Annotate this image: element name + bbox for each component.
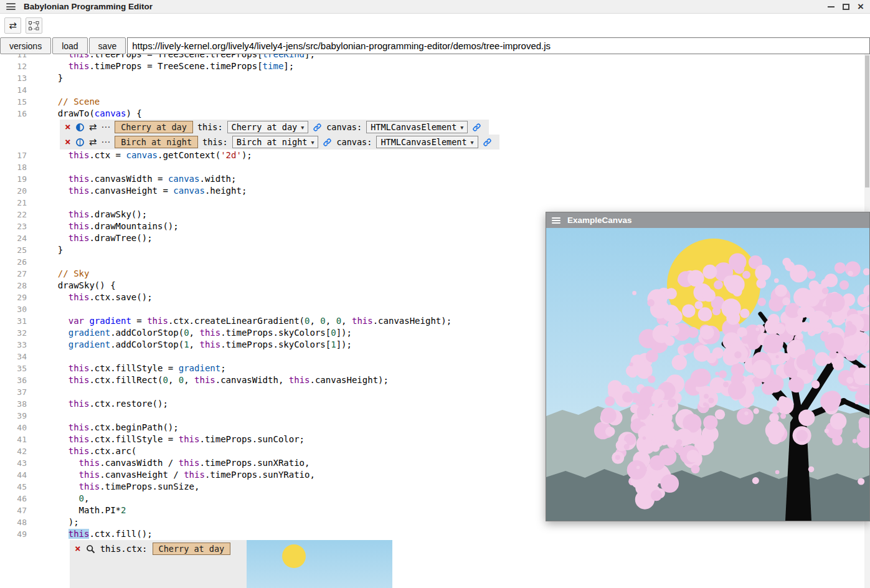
param-value: Cherry at day: [232, 122, 298, 132]
code-token: this: [194, 375, 215, 385]
selection-frame-icon: [29, 21, 39, 31]
code-token: 1: [184, 339, 189, 349]
code-line: 14: [0, 84, 870, 96]
line-number: 13: [0, 72, 29, 84]
code-text: this.timeProps.sunSize,: [47, 481, 199, 493]
code-token: .canvasWidth,: [215, 375, 289, 385]
line-number: 40: [0, 422, 29, 434]
code-token: .canvasWidth =: [89, 174, 168, 184]
example-canvas-window: ExampleCanvas: [546, 212, 870, 521]
code-token: }: [47, 73, 63, 83]
code-token: ,: [168, 375, 179, 385]
code-token: this: [79, 481, 100, 491]
line-number: 35: [0, 363, 29, 374]
dropdown-caret-icon: ▾: [311, 139, 314, 146]
versions-button[interactable]: versions: [0, 37, 51, 54]
param-dropdown[interactable]: Cherry at day▾: [227, 121, 309, 133]
swap-arrows-button[interactable]: ⇄: [4, 17, 21, 34]
close-probe-icon[interactable]: ×: [75, 544, 81, 554]
param-label: this:: [197, 122, 223, 132]
example-canvas-titlebar[interactable]: ExampleCanvas: [546, 212, 869, 228]
code-token: this: [199, 339, 220, 349]
link-icon[interactable]: [323, 138, 332, 147]
code-token: [47, 481, 79, 491]
code-token: drawSky() {: [47, 280, 116, 290]
dropdown-caret-icon: ▾: [301, 124, 304, 131]
code-token: .ctx.arc(: [89, 446, 136, 456]
more-options-icon[interactable]: ⋯: [101, 121, 110, 133]
hamburger-menu-icon[interactable]: [6, 3, 16, 10]
code-text: }: [47, 244, 63, 256]
maximize-icon[interactable]: [843, 4, 849, 10]
code-token: .timeProps = TreeScene.timeProps[: [89, 61, 262, 71]
param-dropdown[interactable]: Birch at night▾: [232, 136, 319, 148]
code-token: [47, 470, 79, 480]
code-token: );: [47, 517, 79, 527]
code-token: this: [69, 61, 90, 71]
switch-example-icon[interactable]: ⇄: [89, 121, 97, 133]
scrollbar-thumb[interactable]: [865, 55, 869, 187]
code-token: ,: [189, 328, 200, 338]
code-line: 21: [0, 197, 870, 209]
code-token: this: [352, 316, 373, 326]
switch-example-icon[interactable]: ⇄: [89, 136, 97, 148]
code-token: .ctx.restore();: [89, 399, 168, 409]
probe-widget: ×this.ctx:Cherry at day: [70, 540, 392, 588]
code-line: 15 // Scene: [0, 96, 870, 108]
code-token: .canvasWidth /: [100, 458, 178, 468]
example-toggle-icon[interactable]: [75, 138, 85, 147]
code-token: 0: [305, 316, 310, 326]
code-token: gradient: [179, 363, 220, 373]
code-token: var: [69, 316, 84, 326]
link-icon[interactable]: [313, 123, 322, 132]
example-name-button[interactable]: Birch at night: [115, 136, 198, 148]
param-dropdown[interactable]: HTMLCanvasElement▾: [366, 121, 468, 133]
code-text: this.ctx.arc(: [47, 445, 136, 457]
code-text: this.drawMountains();: [47, 220, 179, 232]
line-number: 31: [0, 315, 29, 327]
code-token: this: [184, 470, 205, 480]
link-icon[interactable]: [472, 123, 481, 132]
code-token: .drawMountains();: [89, 221, 178, 231]
example-canvas-title: ExampleCanvas: [567, 216, 632, 225]
code-token: this: [179, 434, 200, 444]
example-canvas-menu-icon[interactable]: [552, 217, 560, 224]
param-label: canvas:: [326, 122, 362, 132]
code-token: [47, 268, 58, 278]
code-token: }: [47, 245, 63, 255]
code-token: .canvasHeight);: [310, 375, 389, 385]
swap-arrows-icon: ⇄: [9, 20, 17, 31]
example-name-button[interactable]: Cherry at day: [115, 121, 193, 133]
code-token: [47, 97, 58, 107]
code-token: gradient: [89, 316, 131, 326]
close-example-icon[interactable]: ×: [65, 122, 71, 132]
code-text: var gradient = this.ctx.createLinearGrad…: [47, 315, 452, 327]
code-text: );: [47, 516, 79, 528]
load-button[interactable]: load: [52, 37, 87, 54]
code-token: [47, 493, 79, 503]
code-token: [47, 61, 69, 71]
line-number: 16: [0, 108, 29, 120]
file-url-input[interactable]: [127, 37, 870, 54]
code-text: this.ctx.fillStyle = gradient;: [47, 363, 226, 374]
code-line: 17 this.ctx = canvas.getContext('2d');: [0, 149, 870, 161]
probe-expression: this.ctx:: [100, 544, 148, 554]
code-token: .ctx.fillStyle =: [89, 363, 178, 373]
code-token: =: [131, 316, 147, 326]
dropdown-caret-icon: ▾: [471, 139, 474, 146]
line-number: 19: [0, 173, 29, 185]
link-icon[interactable]: [483, 138, 492, 147]
close-example-icon[interactable]: ×: [65, 137, 71, 147]
code-token: );: [242, 150, 252, 160]
minimize-icon[interactable]: [828, 6, 835, 7]
code-token: 0: [179, 375, 184, 385]
selection-frame-button[interactable]: [26, 17, 42, 34]
save-button[interactable]: save: [89, 37, 126, 54]
probe-example-button[interactable]: Cherry at day: [153, 543, 231, 555]
more-options-icon[interactable]: ⋯: [101, 136, 110, 148]
code-token: this: [199, 328, 220, 338]
close-icon[interactable]: ×: [858, 2, 864, 11]
code-token: [47, 529, 69, 539]
param-dropdown[interactable]: HTMLCanvasElement▾: [376, 136, 478, 148]
example-toggle-icon[interactable]: [75, 123, 85, 132]
